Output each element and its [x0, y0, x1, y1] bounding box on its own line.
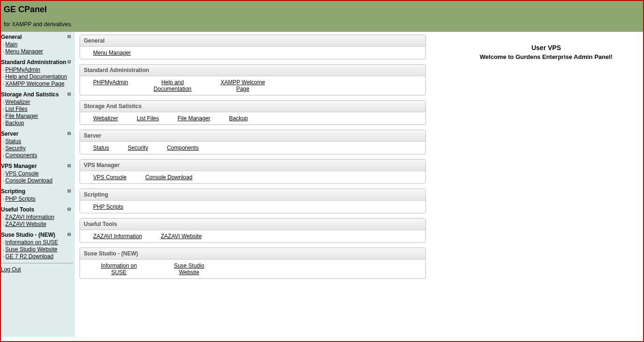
- sidebar-item: Security: [3, 145, 75, 152]
- sidebar-section-header[interactable]: Storage And Satistics⊟: [1, 90, 75, 99]
- collapse-icon[interactable]: ⊟: [67, 91, 72, 97]
- sidebar-section-title: General: [1, 34, 22, 40]
- sidebar-link[interactable]: Components: [5, 152, 37, 159]
- collapse-icon[interactable]: ⊟: [67, 206, 72, 212]
- sidebar-item: Information on SUSE: [3, 239, 75, 246]
- panel-link[interactable]: Console Download: [145, 174, 192, 181]
- panel: ScriptingPHP Scripts: [80, 189, 426, 213]
- sidebar-link[interactable]: File Manager: [5, 113, 38, 119]
- sidebar-divider: [1, 263, 73, 263]
- collapse-icon[interactable]: ⊟: [67, 131, 72, 136]
- panel-link[interactable]: Status: [93, 145, 109, 151]
- sidebar-link[interactable]: PHPMyAdmin: [5, 66, 40, 73]
- panel-link[interactable]: Security: [128, 145, 148, 151]
- sidebar-link[interactable]: Menu Manager: [5, 48, 43, 55]
- panel-link[interactable]: Components: [167, 145, 198, 151]
- sidebar-section-title: Storage And Satistics: [1, 91, 59, 98]
- sidebar: General⊟MainMenu ManagerStandard Adminis…: [1, 32, 75, 337]
- right-welcome: Welcome to Gurdens Enterprise Admin Pane…: [463, 53, 629, 60]
- sidebar-section-header[interactable]: Useful Tools⊟: [1, 205, 75, 214]
- panel-link[interactable]: ZAZAVI Website: [161, 233, 202, 240]
- panel: Standard AdministrationPHPMyAdminHelp an…: [80, 64, 426, 95]
- sidebar-link[interactable]: Status: [5, 138, 21, 145]
- center-column: GeneralMenu ManagerStandard Administrati…: [80, 35, 426, 337]
- panel-link[interactable]: PHP Scripts: [93, 204, 123, 210]
- sidebar-section-title: Scripting: [1, 188, 25, 195]
- sidebar-link[interactable]: Information on SUSE: [5, 239, 58, 246]
- sidebar-items: StatusSecurityComponents: [1, 138, 75, 159]
- sidebar-link[interactable]: ZAZAVI Information: [5, 214, 54, 220]
- sidebar-section: Storage And Satistics⊟WebalizerList File…: [1, 90, 75, 127]
- sidebar-item: Webalizer: [3, 99, 75, 106]
- panel-body: Menu Manager: [80, 47, 425, 59]
- panel-link[interactable]: XAMPP Welcome Page: [217, 79, 269, 92]
- collapse-icon[interactable]: ⊟: [67, 163, 72, 168]
- sidebar-link[interactable]: Backup: [5, 120, 24, 126]
- sidebar-item: PHPMyAdmin: [3, 66, 75, 73]
- app-subtitle: for XAMPP and derivatives.: [4, 21, 640, 28]
- sidebar-section: Server⊟StatusSecurityComponents: [1, 130, 75, 159]
- sidebar-section-header[interactable]: Standard Administration⊟: [1, 58, 75, 66]
- sidebar-section-header[interactable]: VPS Manager⊟: [1, 162, 75, 170]
- panel-body: VPS ConsoleConsole Download: [80, 171, 425, 183]
- sidebar-items: MainMenu Manager: [1, 41, 75, 55]
- sidebar-section: Standard Administration⊟PHPMyAdminHelp a…: [1, 58, 75, 87]
- sidebar-item: Backup: [3, 120, 75, 127]
- sidebar-items: WebalizerList FilesFile ManagerBackup: [1, 99, 75, 127]
- panel-link[interactable]: Suse Studio Website: [163, 262, 215, 276]
- collapse-icon[interactable]: ⊟: [67, 232, 72, 237]
- logout-link[interactable]: Log Out: [1, 266, 21, 273]
- panel-link[interactable]: Menu Manager: [93, 50, 131, 56]
- panel-link[interactable]: Help and Documentation: [147, 79, 198, 92]
- right-column: User VPS Welcome to Gurdens Enterprise A…: [426, 35, 643, 337]
- panel-link[interactable]: VPS Console: [93, 174, 126, 181]
- panel: VPS ManagerVPS ConsoleConsole Download: [80, 159, 426, 184]
- panel-header: General: [80, 35, 425, 47]
- panel-link[interactable]: PHPMyAdmin: [93, 79, 128, 86]
- panel-link[interactable]: Webalizer: [93, 115, 118, 122]
- sidebar-section-title: Server: [1, 131, 18, 137]
- sidebar-link[interactable]: GE 7 R2 Download: [5, 253, 53, 260]
- panel-body: PHP Scripts: [80, 201, 425, 213]
- sidebar-items: PHP Scripts: [1, 196, 75, 203]
- sidebar-link[interactable]: XAMPP Welcome Page: [5, 80, 64, 87]
- collapse-icon[interactable]: ⊟: [67, 59, 72, 65]
- panel-body: PHPMyAdminHelp and DocumentationXAMPP We…: [80, 76, 425, 95]
- sidebar-item: Status: [3, 138, 75, 145]
- panel-link[interactable]: File Manager: [177, 115, 210, 122]
- sidebar-link[interactable]: VPS Console: [5, 170, 38, 177]
- layout: General⊟MainMenu ManagerStandard Adminis…: [1, 32, 643, 337]
- panel-header: Suse Studio - (NEW): [80, 248, 425, 260]
- sidebar-item: ZAZAVI Website: [3, 221, 75, 228]
- panel: Useful ToolsZAZAVI InformationZAZAVI Web…: [80, 218, 426, 243]
- sidebar-link[interactable]: Webalizer: [5, 99, 30, 105]
- collapse-icon[interactable]: ⊟: [67, 34, 72, 39]
- panel-link[interactable]: Information on SUSE: [93, 262, 145, 276]
- panel-header: Useful Tools: [80, 218, 425, 230]
- panel-header: Scripting: [80, 189, 425, 201]
- sidebar-items: ZAZAVI InformationZAZAVI Website: [1, 214, 75, 228]
- sidebar-link[interactable]: List Files: [5, 106, 27, 112]
- panel-body: StatusSecurityComponents: [80, 142, 425, 154]
- sidebar-link[interactable]: Main: [5, 41, 17, 48]
- panel-link[interactable]: Backup: [229, 115, 248, 122]
- sidebar-link[interactable]: PHP Scripts: [5, 196, 35, 202]
- panel-body: Information on SUSESuse Studio Website: [80, 260, 425, 278]
- panel-link[interactable]: List Files: [137, 115, 159, 122]
- panel: ServerStatusSecurityComponents: [80, 130, 426, 154]
- sidebar-section-header[interactable]: Server⊟: [1, 130, 75, 138]
- panel: Suse Studio - (NEW)Information on SUSESu…: [80, 247, 426, 279]
- collapse-icon[interactable]: ⊟: [67, 188, 72, 194]
- sidebar-item: XAMPP Welcome Page: [3, 80, 75, 87]
- sidebar-link[interactable]: Security: [5, 145, 25, 152]
- sidebar-section-header[interactable]: Scripting⊟: [1, 187, 75, 196]
- sidebar-section-header[interactable]: General⊟: [1, 33, 75, 41]
- sidebar-link[interactable]: Help and Documentation: [5, 73, 67, 80]
- sidebar-item: Help and Documentation: [3, 73, 75, 80]
- sidebar-section-header[interactable]: Suse Studio - (NEW)⊟: [1, 231, 75, 239]
- sidebar-link[interactable]: ZAZAVI Website: [5, 221, 46, 227]
- sidebar-link[interactable]: Suse Studio Website: [5, 246, 57, 253]
- panel-link[interactable]: ZAZAVI Information: [93, 233, 142, 240]
- sidebar-item: Menu Manager: [3, 48, 75, 55]
- sidebar-link[interactable]: Console Download: [5, 177, 52, 184]
